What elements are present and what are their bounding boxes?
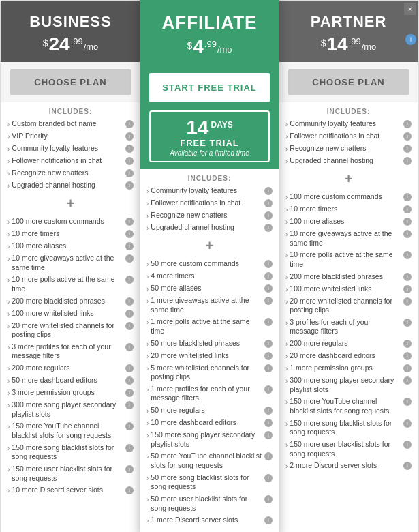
info-icon[interactable]: i [125, 310, 134, 318]
info-icon[interactable]: i [125, 389, 134, 397]
info-icon[interactable]: i [125, 230, 134, 238]
arrow-icon: › [146, 260, 149, 269]
info-icon[interactable]: i [264, 260, 273, 268]
info-icon[interactable]: i [403, 145, 412, 153]
info-icon[interactable]: i [264, 187, 273, 195]
info-icon[interactable]: i [403, 120, 412, 128]
info-icon[interactable]: i [264, 419, 273, 427]
arrow-icon: › [7, 376, 10, 385]
info-icon[interactable]: i [264, 352, 273, 360]
list-item: › 20 more whitelisted links i [146, 351, 273, 361]
info-icon[interactable]: i [403, 132, 412, 141]
info-icon[interactable]: i [403, 205, 412, 213]
info-icon[interactable]: i [264, 199, 273, 207]
info-icon[interactable]: i [125, 276, 134, 284]
info-icon[interactable]: i [264, 284, 273, 293]
feature-text: 100 more whitelisted links [12, 309, 123, 319]
arrow-icon: › [146, 318, 149, 327]
close-button[interactable]: × [404, 3, 416, 15]
info-icon[interactable]: i [403, 297, 412, 306]
arrow-icon: › [285, 319, 288, 327]
feature-text: 1 more Discord server slots [151, 516, 262, 525]
info-icon[interactable]: i [125, 145, 134, 153]
list-item: › Recognize new chatters i [7, 168, 134, 178]
info-icon[interactable]: i [264, 474, 273, 482]
business-cta-button[interactable]: CHOOSE PLAN [10, 69, 131, 95]
info-icon[interactable]: i [403, 340, 412, 348]
info-icon[interactable]: i [264, 272, 273, 280]
list-item: › 300 more song player secondary playlis… [7, 400, 134, 419]
info-icon[interactable]: i [403, 419, 412, 428]
info-icon[interactable]: i [264, 495, 273, 503]
info-icon[interactable]: i [403, 218, 412, 226]
partner-includes-label: INCLUDES: [285, 108, 412, 115]
info-icon[interactable]: i [403, 364, 412, 372]
info-icon[interactable]: i [125, 169, 134, 177]
info-icon[interactable]: i [403, 319, 412, 327]
arrow-icon: › [146, 352, 149, 361]
info-icon[interactable]: i [403, 273, 412, 281]
info-icon[interactable]: i [403, 157, 412, 165]
business-header: BUSINESS $ 24 .99 /mo [1, 1, 140, 62]
info-icon[interactable]: i [125, 465, 134, 473]
info-icon[interactable]: i [125, 322, 134, 330]
info-icon[interactable]: i [125, 181, 134, 190]
info-icon[interactable]: i [125, 218, 134, 226]
arrow-icon: › [7, 181, 10, 190]
info-icon[interactable]: i [125, 343, 134, 351]
info-icon[interactable]: i [264, 364, 273, 372]
info-icon[interactable]: i [264, 516, 273, 524]
info-icon[interactable]: i [403, 251, 412, 259]
arrow-icon: › [146, 516, 149, 525]
affiliate-features: INCLUDES: › Community loyalty features i… [140, 169, 279, 532]
list-item: › 10 more giveaways active at the same t… [7, 254, 134, 272]
arrow-icon: › [7, 343, 10, 352]
info-icon[interactable]: i [403, 376, 412, 385]
info-icon[interactable]: i [264, 297, 273, 305]
info-icon[interactable]: i [403, 462, 412, 470]
info-icon[interactable]: i [125, 242, 134, 250]
info-icon[interactable]: i [125, 364, 134, 372]
list-item: › 50 more user blacklist slots for song … [146, 494, 273, 513]
partner-cta-button[interactable]: CHOOSE PLAN [288, 69, 409, 95]
info-icon[interactable]: i [125, 444, 134, 452]
info-icon[interactable]: i [125, 157, 134, 165]
info-icon[interactable]: i [125, 297, 134, 306]
info-icon[interactable]: i [264, 340, 273, 348]
list-item: › 1 more Discord server slots i [146, 516, 273, 525]
feature-text: 20 more whitelisted channels for posting… [290, 297, 401, 315]
info-icon[interactable]: i [264, 224, 273, 232]
feature-text: 10 more giveaways active at the same tim… [12, 254, 123, 272]
info-icon[interactable]: i [403, 398, 412, 406]
info-icon[interactable]: i [403, 285, 412, 293]
info-icon[interactable]: i [125, 132, 134, 141]
info-icon[interactable]: i [125, 486, 134, 494]
feature-text: 2 more Discord server slots [290, 461, 401, 471]
arrow-icon: › [7, 230, 10, 239]
feature-text: 150 more YouTube channel blacklist slots… [290, 397, 401, 415]
info-icon[interactable]: i [125, 401, 134, 409]
info-icon[interactable]: i [403, 441, 412, 449]
affiliate-cta-button[interactable]: START FREE TRIAL [149, 73, 270, 102]
info-icon[interactable]: i [264, 211, 273, 220]
arrow-icon: › [7, 444, 10, 453]
info-icon[interactable]: i [125, 254, 134, 263]
feature-text: Recognize new chatters [290, 144, 401, 153]
feature-text: VIP Priority [12, 132, 123, 141]
partner-base-feature-list: › Community loyalty features i › Followe… [285, 119, 412, 166]
info-corner-button[interactable]: i [405, 34, 416, 45]
info-icon[interactable]: i [403, 352, 412, 360]
arrow-icon: › [285, 145, 288, 153]
info-icon[interactable]: i [264, 318, 273, 326]
info-icon[interactable]: i [403, 230, 412, 238]
info-icon[interactable]: i [403, 193, 412, 201]
list-item: › 10 more polls active at the same time … [285, 250, 412, 269]
info-icon[interactable]: i [125, 120, 134, 128]
info-icon[interactable]: i [125, 376, 134, 385]
info-icon[interactable]: i [264, 431, 273, 439]
info-icon[interactable]: i [125, 422, 134, 430]
info-icon[interactable]: i [264, 385, 273, 394]
info-icon[interactable]: i [264, 407, 273, 415]
arrow-icon: › [146, 474, 149, 483]
info-icon[interactable]: i [264, 452, 273, 460]
